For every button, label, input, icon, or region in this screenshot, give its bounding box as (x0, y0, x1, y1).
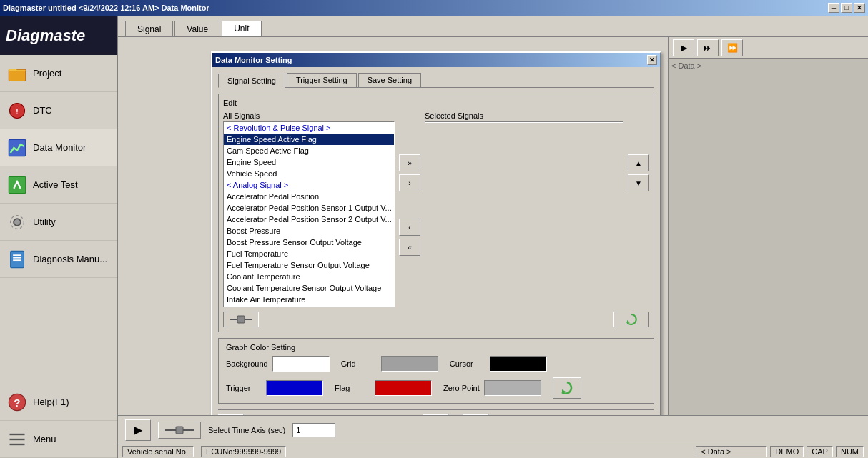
minimize-button[interactable]: ─ (828, 3, 839, 13)
sidebar-item-menu[interactable]: Menu (0, 421, 117, 458)
background-swatch[interactable] (272, 356, 330, 372)
sidebar-item-active-test[interactable]: Active Test (0, 166, 117, 204)
tab-signal[interactable]: Signal (125, 21, 173, 36)
graph-color-label: Graph Color Setting (226, 343, 646, 352)
sidebar-item-help[interactable]: ? Help(F1) (0, 384, 117, 421)
all-signals-list[interactable]: < Revolution & Pulse Signal > Engine Spe… (223, 121, 395, 307)
move-down-button[interactable]: ▼ (628, 174, 649, 191)
flag-swatch[interactable] (375, 380, 432, 396)
edit-section: Edit All Signals < Revolution & Pulse Si… (218, 94, 654, 332)
sidebar-item-utility[interactable]: Utility (0, 204, 117, 241)
status-right: < Data > DEMO CAP NUM (696, 446, 864, 457)
help-button[interactable]: ? (218, 414, 244, 415)
list-item[interactable]: Fuel Temperature (224, 248, 394, 259)
data-monitor-setting-modal: Data Monitor Setting ✕ Signal Setting Tr… (211, 51, 661, 415)
gear-icon (7, 212, 27, 232)
sidebar-label-utility: Utility (33, 216, 56, 227)
svg-rect-22 (176, 427, 183, 434)
list-item[interactable]: Coolant Temperature Sensor Output Voltag… (224, 282, 394, 294)
chart-icon (7, 138, 27, 158)
top-tabs: Signal Value Unit (118, 16, 868, 37)
wrench-icon (7, 175, 27, 195)
sidebar-label-menu: Menu (33, 434, 56, 444)
data-label: < Data > (696, 446, 767, 457)
cursor-swatch[interactable] (490, 356, 547, 372)
background-color-item: Background (226, 356, 330, 372)
tab-unit[interactable]: Unit (222, 21, 261, 36)
list-item[interactable]: Coolant Temperature (224, 271, 394, 282)
selected-signals-list[interactable] (425, 121, 623, 123)
svg-rect-0 (9, 69, 25, 81)
list-item[interactable]: Fuel Temperature Sensor Output Voltage (224, 259, 394, 271)
svg-rect-16 (10, 443, 25, 444)
sidebar-label-diagnosis: Diagnosis Manu... (33, 254, 107, 264)
grid-swatch[interactable] (381, 356, 438, 372)
svg-text:!: ! (16, 106, 19, 115)
list-item[interactable]: Engine Speed Active Flag (224, 134, 394, 145)
list-item[interactable]: Engine Speed (224, 156, 394, 168)
signals-row: All Signals < Revolution & Pulse Signal … (223, 111, 649, 307)
sidebar-item-project[interactable]: Project (0, 55, 117, 92)
modal-tab-signal[interactable]: Signal Setting (218, 74, 285, 88)
sidebar-label-help: Help(F1) (33, 397, 69, 407)
modal-close-button[interactable]: ✕ (647, 55, 657, 65)
remove-selected-button[interactable]: ‹ (399, 219, 420, 236)
trigger-swatch[interactable] (266, 380, 323, 396)
list-item[interactable]: Cam Speed Active Flag (224, 145, 394, 156)
list-item[interactable]: Accelerator Pedal Position Sensor 1 Outp… (224, 202, 394, 214)
trigger-color-item: Trigger (226, 380, 323, 396)
all-signals-label: All Signals (223, 111, 395, 120)
slider-control[interactable] (158, 422, 201, 439)
titlebar: Diagmaster untitled <9/24/2022 12:16 AM>… (0, 0, 868, 16)
list-item[interactable]: Boost Pressure (224, 225, 394, 237)
sidebar-item-dtc[interactable]: ! DTC (0, 92, 117, 129)
modal-overlay: Data Monitor Setting ✕ Signal Setting Tr… (118, 37, 868, 415)
maximize-button[interactable]: □ (841, 3, 852, 13)
confirm-button[interactable]: ✔ (423, 414, 449, 415)
close-button[interactable]: ✕ (854, 3, 865, 13)
list-item[interactable]: Intake Air Temperature (224, 294, 394, 305)
svg-text:?: ? (14, 396, 20, 408)
list-item[interactable]: Vehicle Speed (224, 168, 394, 179)
num-badge: NUM (836, 446, 864, 457)
list-item[interactable]: Accelerator Pedal Position Sensor 2 Outp… (224, 214, 394, 225)
list-item[interactable]: < Revolution & Pulse Signal > (224, 122, 394, 134)
add-all-button[interactable]: » (399, 154, 420, 171)
sidebar-item-data-monitor[interactable]: Data Monitor (0, 129, 117, 166)
list-item[interactable]: Boost Pressure Sensor Output Voltage (224, 237, 394, 248)
list-item[interactable]: Accelerator Pedal Position (224, 191, 394, 202)
modal-tab-save[interactable]: Save Setting (358, 73, 421, 87)
zero-point-swatch[interactable] (484, 380, 541, 396)
tab-value[interactable]: Value (174, 21, 220, 36)
add-selected-button[interactable]: › (399, 174, 420, 191)
list-item[interactable]: < Analog Signal > (224, 179, 394, 191)
list-item[interactable]: Intake Air Temperature Sensor Output Vol… (224, 305, 394, 307)
move-up-button[interactable]: ▲ (628, 154, 649, 171)
time-axis-label: Select Time Axis (sec) (208, 426, 285, 434)
book-icon (7, 249, 27, 269)
svg-rect-3 (9, 139, 25, 156)
content-area: Signal Value Unit Data Monitor Setting ✕ (118, 16, 868, 458)
modal-footer: ? ✔ ✖ (218, 409, 654, 415)
color-row-1: Background Grid Cursor (226, 356, 646, 372)
modal-tabs: Signal Setting Trigger Setting Save Sett… (218, 73, 654, 88)
svg-rect-18 (237, 316, 245, 323)
bottom-actions (223, 312, 649, 327)
statusbar: Vehicle serial No. ECUNo:999999-9999 < D… (118, 444, 868, 458)
play-main-button[interactable]: ▶ (125, 419, 151, 441)
cursor-label: Cursor (450, 359, 485, 368)
remove-all-button[interactable]: « (399, 239, 420, 256)
help-icon: ? (7, 392, 27, 412)
modal-tab-trigger[interactable]: Trigger Setting (287, 73, 357, 87)
trigger-label: Trigger (226, 384, 262, 392)
color-refresh-button[interactable] (553, 377, 581, 399)
cancel-footer-button[interactable]: ✖ (463, 414, 489, 415)
refresh-button[interactable] (613, 312, 649, 327)
sidebar-item-diagnosis-manual[interactable]: Diagnosis Manu... (0, 241, 117, 278)
svg-rect-14 (10, 433, 25, 434)
sidebar: Diagmaste Project ! DTC (0, 16, 118, 458)
time-input[interactable] (292, 423, 335, 437)
cursor-color-item: Cursor (450, 356, 547, 372)
zero-point-color-item: Zero Point (443, 380, 541, 396)
vehicle-serial: Vehicle serial No. (122, 446, 194, 457)
